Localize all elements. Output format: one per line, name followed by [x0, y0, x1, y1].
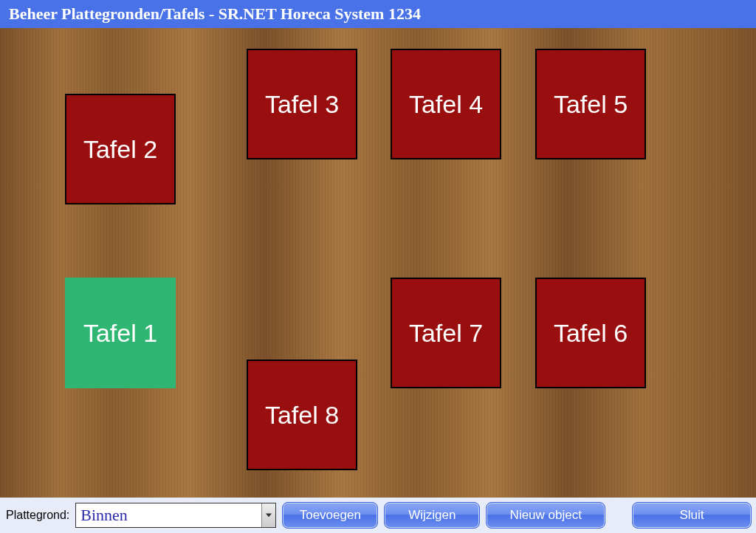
- table-label: Tafel 6: [554, 319, 628, 348]
- table-object[interactable]: Tafel 6: [535, 278, 646, 388]
- table-object[interactable]: Tafel 1: [65, 278, 176, 388]
- table-object[interactable]: Tafel 7: [391, 278, 501, 388]
- chevron-down-icon[interactable]: [261, 503, 275, 527]
- plattegrond-label: Plattegrond:: [6, 509, 69, 522]
- toevoegen-button[interactable]: Toevoegen: [282, 502, 378, 529]
- table-object[interactable]: Tafel 4: [391, 49, 501, 159]
- table-label: Tafel 1: [83, 319, 157, 348]
- svg-marker-0: [266, 514, 272, 517]
- table-object[interactable]: Tafel 5: [535, 49, 646, 159]
- table-object[interactable]: Tafel 2: [65, 94, 176, 204]
- table-label: Tafel 5: [554, 90, 628, 119]
- window-title: Beheer Plattegronden/Tafels - SR.NET Hor…: [0, 0, 756, 28]
- table-label: Tafel 8: [265, 401, 339, 430]
- table-object[interactable]: Tafel 3: [247, 49, 357, 159]
- sluit-button[interactable]: Sluit: [632, 502, 752, 529]
- bottom-toolbar: Plattegrond: Binnen Toevoegen Wijzigen N…: [0, 498, 756, 533]
- plattegrond-select[interactable]: Binnen: [75, 503, 276, 528]
- nieuw-object-button[interactable]: Nieuw object: [486, 502, 605, 529]
- floorplan-canvas[interactable]: Tafel 2Tafel 3Tafel 4Tafel 5Tafel 1Tafel…: [0, 28, 756, 498]
- plattegrond-select-value: Binnen: [76, 503, 261, 527]
- table-label: Tafel 3: [265, 90, 339, 119]
- table-object[interactable]: Tafel 8: [247, 360, 357, 470]
- table-label: Tafel 7: [409, 319, 483, 348]
- wijzigen-button[interactable]: Wijzigen: [384, 502, 480, 529]
- table-label: Tafel 2: [83, 135, 157, 164]
- table-label: Tafel 4: [409, 90, 483, 119]
